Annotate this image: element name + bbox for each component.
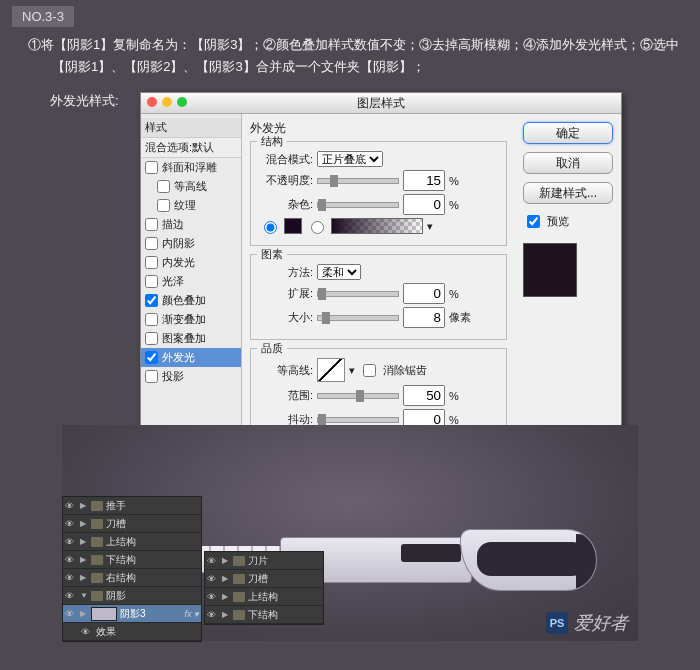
visibility-icon[interactable] [207,573,219,585]
contour-picker[interactable] [317,358,345,382]
style-checkbox[interactable] [157,199,170,212]
disclosure-icon[interactable]: ▶ [222,574,230,583]
layer-name: 下结构 [106,553,136,567]
visibility-icon[interactable] [65,590,77,602]
style-item-2[interactable]: 纹理 [141,196,241,215]
spread-slider[interactable] [317,291,399,297]
chevron-down-icon[interactable]: ▾ [349,364,355,377]
visibility-icon[interactable] [207,555,219,567]
range-input[interactable] [403,385,445,406]
style-checkbox[interactable] [145,218,158,231]
layer-group-row[interactable]: ▶刀槽 [63,515,201,533]
style-checkbox[interactable] [145,275,158,288]
style-item-9[interactable]: 图案叠加 [141,329,241,348]
layers-panel-right[interactable]: ▶刀片▶刀槽▶上结构▶下结构 [204,551,324,625]
disclosure-icon[interactable]: ▶ [222,610,230,619]
style-item-5[interactable]: 内发光 [141,253,241,272]
layer-group-row[interactable]: ▶上结构 [205,588,323,606]
style-checkbox[interactable] [145,237,158,250]
ok-button[interactable]: 确定 [523,122,613,144]
blend-mode-label: 混合模式: [259,152,313,167]
preview-checkbox[interactable] [527,215,540,228]
disclosure-icon[interactable]: ▶ [80,573,88,582]
spread-input[interactable] [403,283,445,304]
disclosure-icon[interactable]: ▶ [80,609,88,618]
styles-list-header[interactable]: 样式 [141,118,241,138]
size-unit: 像素 [449,310,471,325]
noise-slider[interactable] [317,202,399,208]
disclosure-icon[interactable]: ▶ [80,519,88,528]
style-item-6[interactable]: 光泽 [141,272,241,291]
layer-group-row[interactable]: ▶刀片 [205,552,323,570]
visibility-icon[interactable] [207,591,219,603]
layer-group-row[interactable]: ▶推手 [63,497,201,515]
style-item-3[interactable]: 描边 [141,215,241,234]
size-slider[interactable] [317,315,399,321]
style-item-0[interactable]: 斜面和浮雕 [141,158,241,177]
layer-row[interactable]: 效果 [63,623,201,641]
antialias-checkbox[interactable] [363,364,376,377]
style-checkbox[interactable] [145,161,158,174]
layer-group-row[interactable]: ▼阴影 [63,587,201,605]
noise-input[interactable] [403,194,445,215]
opacity-input[interactable] [403,170,445,191]
visibility-icon[interactable] [65,500,77,512]
style-item-1[interactable]: 等高线 [141,177,241,196]
layer-row[interactable]: ▶阴影3fx ▾ [63,605,201,623]
style-checkbox[interactable] [145,256,158,269]
zoom-icon[interactable] [177,97,187,107]
cancel-button[interactable]: 取消 [523,152,613,174]
disclosure-icon[interactable]: ▶ [80,501,88,510]
style-item-10[interactable]: 外发光 [141,348,241,367]
jitter-slider[interactable] [317,417,399,423]
disclosure-icon[interactable]: ▶ [80,555,88,564]
layer-group-row[interactable]: ▶刀槽 [205,570,323,588]
style-checkbox[interactable] [145,351,158,364]
layers-panel-left[interactable]: ▶推手▶刀槽▶上结构▶下结构▶右结构▼阴影▶阴影3fx ▾效果 [62,496,202,642]
disclosure-icon[interactable]: ▼ [80,591,88,600]
style-checkbox[interactable] [145,332,158,345]
style-checkbox[interactable] [145,370,158,383]
style-checkbox[interactable] [145,294,158,307]
watermark-text: 爱好者 [574,611,628,635]
layer-group-row[interactable]: ▶下结构 [205,606,323,624]
opacity-slider[interactable] [317,178,399,184]
style-item-11[interactable]: 投影 [141,367,241,386]
technique-label: 方法: [259,265,313,280]
glow-color-swatch[interactable] [284,218,302,234]
style-item-8[interactable]: 渐变叠加 [141,310,241,329]
style-item-4[interactable]: 内阴影 [141,234,241,253]
visibility-icon[interactable] [65,536,77,548]
layer-group-row[interactable]: ▶右结构 [63,569,201,587]
visibility-icon[interactable] [207,609,219,621]
visibility-icon[interactable] [81,626,93,638]
size-input[interactable] [403,307,445,328]
style-item-7[interactable]: 颜色叠加 [141,291,241,310]
style-label: 等高线 [174,179,207,194]
visibility-icon[interactable] [65,572,77,584]
layer-group-row[interactable]: ▶上结构 [63,533,201,551]
blend-options-header[interactable]: 混合选项:默认 [141,138,241,158]
disclosure-icon[interactable]: ▶ [80,537,88,546]
new-style-button[interactable]: 新建样式... [523,182,613,204]
glow-color-radio[interactable] [264,221,277,234]
minimize-icon[interactable] [162,97,172,107]
chevron-down-icon[interactable]: ▾ [427,220,433,233]
layer-group-row[interactable]: ▶下结构 [63,551,201,569]
glow-gradient-radio[interactable] [311,221,324,234]
visibility-icon[interactable] [65,518,77,530]
visibility-icon[interactable] [65,608,77,620]
fx-badge[interactable]: fx ▾ [184,609,199,619]
style-checkbox[interactable] [157,180,170,193]
visibility-icon[interactable] [65,554,77,566]
range-slider[interactable] [317,393,399,399]
disclosure-icon[interactable]: ▶ [222,592,230,601]
technique-select[interactable]: 柔和 [317,264,361,280]
blend-mode-select[interactable]: 正片叠底 [317,151,383,167]
style-checkbox[interactable] [145,313,158,326]
disclosure-icon[interactable]: ▶ [222,556,230,565]
preview-checkbox-row[interactable]: 预览 [523,212,613,231]
glow-gradient-swatch[interactable] [331,218,423,234]
window-controls[interactable] [147,97,187,107]
close-icon[interactable] [147,97,157,107]
